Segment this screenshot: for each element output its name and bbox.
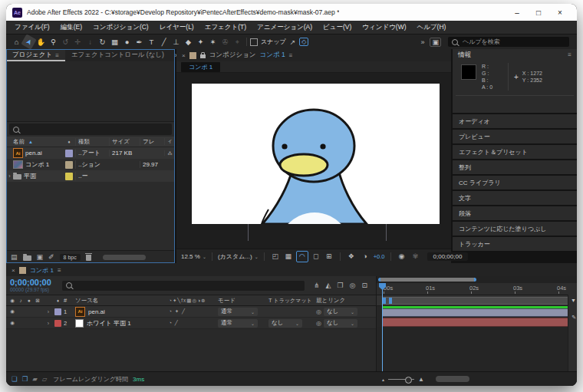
adjust-icon[interactable]: ✐ (48, 253, 54, 261)
panel-menu-icon[interactable]: ≡ (55, 52, 59, 59)
comp-marker-icon[interactable]: ✎ (571, 315, 576, 321)
exposure-icon[interactable]: ◑ (360, 252, 371, 262)
shy-layers-icon[interactable]: ▰ (32, 375, 38, 383)
toolbar-overflow-icon[interactable]: » (416, 38, 429, 46)
puppet-pin-tool[interactable]: ✶ (207, 36, 219, 48)
zoom-slider-knob[interactable] (405, 377, 412, 384)
collapsed-panel-tab[interactable]: トラッカー (453, 237, 577, 251)
project-scrollbar[interactable] (103, 255, 146, 260)
layer-switches[interactable]: ◔ ✦ ╱ (169, 308, 218, 315)
column-type[interactable]: 種類 (75, 138, 109, 146)
pan-camera-tool[interactable]: ✛ (72, 36, 84, 48)
pick-whip-icon[interactable]: ◎ (316, 320, 321, 327)
zoom-tool[interactable]: ⚲ (48, 36, 59, 48)
region-of-interest-icon[interactable]: ◻ (311, 252, 321, 262)
dolly-camera-tool[interactable]: ↓ (84, 36, 96, 48)
magnification-dropdown[interactable]: 12.5 % ⌄ (181, 253, 206, 260)
project-search-input[interactable] (22, 125, 168, 133)
hand-track-tool[interactable]: ✇ (219, 36, 231, 48)
collapsed-panel-tab[interactable]: 段落 (453, 206, 577, 220)
expander-icon[interactable]: › (6, 173, 13, 179)
clone-stamp-tool[interactable]: ⊥ (170, 36, 182, 48)
close-button[interactable]: × (549, 5, 571, 20)
comp-navigator-tab[interactable]: コンポ 1 (181, 62, 220, 72)
eye-icon[interactable]: ◉ (9, 320, 15, 326)
mask-feather-icon[interactable]: ↗ (287, 38, 299, 46)
label-swatch-cell[interactable] (63, 150, 75, 157)
playhead-line[interactable] (382, 283, 383, 371)
resolution-dropdown[interactable]: (カスタム...) ⌄ (218, 252, 259, 261)
shape-tool[interactable]: ● (121, 36, 133, 48)
snap-checkbox[interactable] (250, 38, 258, 46)
layer-bar-white-solid[interactable] (382, 318, 568, 327)
tab-project[interactable]: プロジェクト ≡ (6, 49, 65, 61)
menu-item[interactable]: ヘルプ(H) (412, 23, 452, 32)
eye-icon[interactable]: ◉ (9, 298, 15, 304)
draft-3d-icon[interactable]: ◭ (326, 282, 331, 289)
delete-icon[interactable] (86, 255, 91, 261)
parent-dropdown[interactable]: なし⌄ (324, 308, 357, 316)
current-timecode[interactable]: 0;00;00;00 (10, 278, 58, 287)
collapsed-panel-tab[interactable]: プレビュー (453, 130, 577, 143)
label-swatch-cell[interactable] (63, 173, 75, 180)
lock-icon[interactable]: ⊠ (35, 298, 41, 304)
blend-mode-dropdown[interactable]: 通常⌄ (218, 308, 258, 316)
timeline-search-input[interactable] (75, 282, 301, 290)
sort-asc-icon[interactable]: ▲ (28, 140, 33, 144)
menu-item[interactable]: ウィンドウ(W) (357, 23, 411, 32)
mode-header[interactable]: モード (218, 297, 268, 305)
label-column-header[interactable]: ♦ (52, 298, 64, 303)
label-swatch[interactable] (54, 320, 61, 327)
time-navigator-thumb[interactable] (378, 278, 476, 282)
collapsed-panel-tab[interactable]: CC ライブラリ (453, 176, 577, 189)
guides-options-icon[interactable]: ⊞ (324, 252, 334, 262)
source-name-header[interactable]: ソース名 (74, 297, 169, 305)
panel-menu-icon[interactable]: ≡ (568, 51, 571, 58)
brush-tool[interactable]: ╱ (158, 36, 170, 48)
home-tool[interactable]: ⌂ (11, 36, 22, 48)
eraser-tool[interactable]: ◆ (183, 36, 194, 48)
mask-edge-toggle-icon[interactable]: ◇ (299, 38, 308, 46)
column-in[interactable]: イ (164, 138, 175, 145)
selection-tool[interactable]: ➤ (21, 34, 36, 49)
collapsed-panel-tab[interactable]: エフェクト＆プリセット (453, 145, 577, 159)
pick-whip-icon[interactable]: ◎ (316, 308, 321, 315)
parent-link-header[interactable]: 親とリンク (316, 297, 376, 305)
render-cache-icon[interactable]: ❏ (12, 375, 18, 383)
layer-row-white-solid[interactable]: ◉ › 2 ホワイト 平面 1 ◔ ╱ (6, 318, 376, 329)
snapshot-icon[interactable]: ◉ (397, 252, 407, 262)
expander-icon[interactable]: › (44, 309, 52, 315)
channels-icon[interactable]: ❖ (346, 252, 357, 262)
collapsed-panel-tab[interactable]: 文字 (453, 191, 577, 205)
label-swatch-cell[interactable] (63, 161, 75, 169)
eye-icon[interactable]: ◉ (9, 308, 15, 315)
column-name[interactable]: 名前 ▲ (13, 138, 63, 146)
transparency-grid-icon[interactable]: ▦ (283, 252, 294, 262)
lock-icon[interactable] (200, 54, 206, 58)
orbit-camera-tool[interactable]: ↺ (60, 36, 71, 48)
maximize-button[interactable]: □ (528, 5, 549, 20)
project-bit-depth[interactable]: 8 bpc (60, 254, 81, 261)
frame-blend-master-icon[interactable]: ▱ (42, 375, 48, 383)
timeline-track-area[interactable]: :00s01s02s03s04s ▼ ✎ (377, 276, 577, 371)
menu-item[interactable]: コンポジション(C) (87, 23, 154, 32)
close-panel-icon[interactable]: × (12, 267, 15, 274)
column-size[interactable]: サイズ (109, 138, 140, 146)
column-label[interactable]: ♦ (63, 140, 75, 144)
menu-item[interactable]: ファイル(F) (9, 23, 55, 32)
zoom-in-icon[interactable]: ▲ (418, 376, 424, 383)
pen-tool[interactable]: ✒ (133, 36, 145, 48)
timeline-comp-tab[interactable]: コンポ 1 (30, 266, 54, 275)
cache-frames-icon[interactable]: ❐ (22, 375, 28, 383)
column-fps[interactable]: フレ (140, 138, 164, 146)
workspace-icon[interactable]: ▣ (430, 38, 441, 47)
label-swatch[interactable] (54, 308, 61, 315)
panel-menu-icon[interactable]: ≡ (58, 267, 61, 274)
frame-blend-icon[interactable]: ❐ (338, 282, 344, 289)
view-options-icon[interactable]: ◰ (270, 252, 281, 262)
camera-tool[interactable]: ▦ (109, 36, 120, 48)
time-ruler[interactable]: :00s01s02s03s04s (377, 283, 577, 295)
collapsed-panel-tab[interactable]: コンテンツに応じた塗りつぶし (453, 222, 577, 236)
new-folder-icon[interactable] (23, 255, 31, 261)
work-area-bar[interactable] (382, 297, 568, 305)
